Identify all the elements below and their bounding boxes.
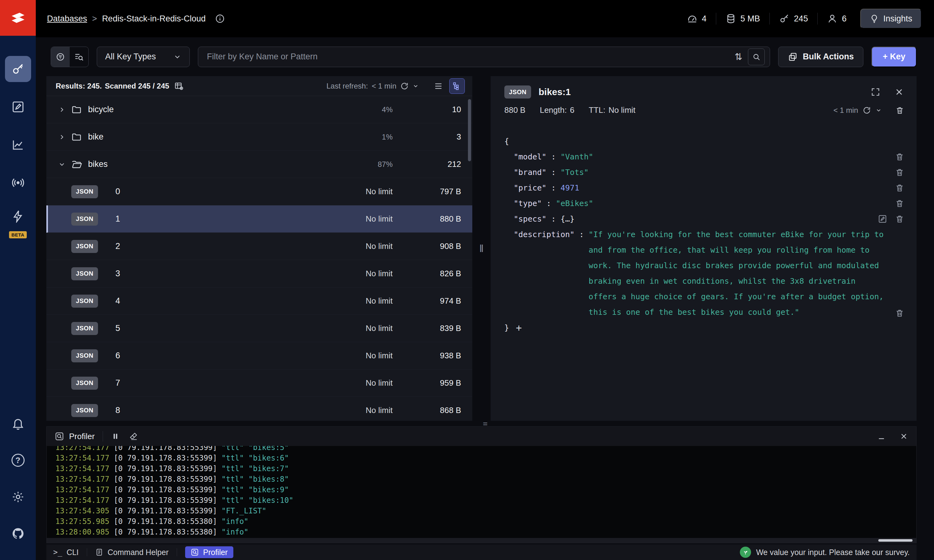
list-view-button[interactable] bbox=[431, 78, 446, 94]
storage-icon bbox=[726, 13, 736, 24]
key-size: 938 B bbox=[414, 351, 461, 360]
json-key[interactable]: "type" bbox=[514, 196, 542, 211]
bottom-panel-resize-handle[interactable]: = bbox=[36, 421, 934, 426]
redis-logo-icon[interactable] bbox=[0, 0, 36, 36]
folder-key-count: 3 bbox=[414, 132, 461, 142]
sidebar-item-github[interactable] bbox=[0, 515, 36, 552]
add-key-button[interactable]: + Key bbox=[871, 47, 917, 67]
arrows-up-down-icon[interactable]: ⇅ bbox=[735, 51, 743, 62]
key-row[interactable]: JSON 5 No limit 839 B bbox=[46, 315, 472, 342]
sidebar-item-pubsub[interactable] bbox=[0, 164, 36, 202]
sidebar-item-triggers-functions[interactable]: BETA bbox=[0, 202, 36, 240]
json-value[interactable]: {…} bbox=[560, 211, 575, 227]
search-button[interactable] bbox=[748, 48, 765, 65]
key-ttl: No limit bbox=[366, 242, 393, 251]
survey-banner[interactable]: We value your input. Please take our sur… bbox=[740, 547, 910, 558]
info-icon[interactable] bbox=[215, 14, 225, 24]
profiler-toggle-button[interactable]: Profiler bbox=[185, 546, 233, 558]
scrollbar-thumb[interactable] bbox=[468, 99, 471, 161]
tree-view-button[interactable] bbox=[449, 78, 465, 94]
sidebar-item-browser[interactable] bbox=[0, 50, 36, 88]
json-value[interactable]: "If you're looking for the best commuter… bbox=[589, 227, 888, 320]
key-row[interactable]: JSON 8 No limit 868 B bbox=[46, 397, 472, 421]
vertical-scrollbar[interactable] bbox=[468, 97, 471, 420]
chevron-down-icon[interactable] bbox=[875, 107, 882, 114]
pause-icon[interactable] bbox=[111, 432, 120, 441]
key-row[interactable]: JSON 0 No limit 797 B bbox=[46, 178, 472, 205]
key-row[interactable]: JSON 6 No limit 938 B bbox=[46, 342, 472, 369]
sidebar-item-workbench[interactable] bbox=[0, 88, 36, 126]
delete-key-icon[interactable] bbox=[895, 106, 904, 115]
minimize-icon[interactable] bbox=[877, 432, 886, 441]
delete-field-icon[interactable] bbox=[895, 152, 904, 161]
folder-row-bike[interactable]: bike 1% 3 bbox=[46, 123, 472, 151]
json-field-row-specs[interactable]: "specs" : {…} bbox=[504, 211, 904, 227]
delete-field-icon[interactable] bbox=[895, 214, 904, 223]
json-value[interactable]: 4971 bbox=[560, 180, 579, 196]
json-field-row-brand[interactable]: "brand" : "Tots" bbox=[504, 165, 904, 180]
profiler-log-line: 13:28:00.985[0 79.191.178.83:55380]"info… bbox=[56, 527, 916, 537]
lightbulb-icon bbox=[869, 14, 879, 23]
profiler-tab[interactable]: Profiler bbox=[55, 432, 94, 441]
add-field-button[interactable]: + bbox=[516, 322, 522, 334]
close-icon[interactable] bbox=[894, 87, 904, 97]
key-ttl: No limit bbox=[366, 406, 393, 415]
scrollbar-thumb[interactable] bbox=[878, 539, 912, 542]
folder-percent: 87% bbox=[378, 160, 393, 169]
key-row-selected[interactable]: JSON 1 No limit 880 B bbox=[46, 205, 472, 233]
json-field-row-type[interactable]: "type" : "eBikes" bbox=[504, 196, 904, 211]
json-key[interactable]: "brand" bbox=[514, 165, 547, 180]
chevron-down-icon[interactable] bbox=[412, 83, 419, 89]
sidebar-item-settings[interactable] bbox=[0, 478, 36, 515]
sidebar-item-help[interactable]: ? bbox=[0, 442, 36, 478]
delete-field-icon[interactable] bbox=[895, 183, 904, 192]
horizontal-scrollbar[interactable] bbox=[47, 538, 916, 543]
delete-field-icon[interactable] bbox=[895, 168, 904, 177]
refresh-icon[interactable] bbox=[400, 82, 409, 91]
key-row[interactable]: JSON 4 No limit 974 B bbox=[46, 288, 472, 315]
key-row[interactable]: JSON 2 No limit 908 B bbox=[46, 233, 472, 260]
json-key[interactable]: "model" bbox=[514, 149, 547, 165]
json-value[interactable]: "eBikes" bbox=[556, 196, 593, 211]
clear-icon[interactable] bbox=[129, 432, 138, 441]
search-mode-button[interactable] bbox=[70, 47, 88, 67]
json-value[interactable]: "Tots" bbox=[560, 165, 589, 180]
sprout-icon bbox=[740, 547, 751, 558]
delete-field-icon[interactable] bbox=[895, 309, 904, 318]
json-key[interactable]: "price" bbox=[514, 180, 547, 196]
folder-row-bicycle[interactable]: bicycle 4% 10 bbox=[46, 96, 472, 123]
key-size: 839 B bbox=[414, 323, 461, 333]
key-row[interactable]: JSON 7 No limit 959 B bbox=[46, 369, 472, 397]
refresh-icon[interactable] bbox=[863, 106, 871, 115]
json-key[interactable]: "description" bbox=[514, 227, 575, 242]
json-field-row-description[interactable]: "description" : "If you're looking for t… bbox=[504, 227, 904, 320]
folder-percent: 4% bbox=[382, 105, 393, 114]
json-key[interactable]: "specs" bbox=[514, 211, 547, 227]
panel-resize-handle[interactable]: ‖ bbox=[472, 76, 491, 421]
json-field-row-model[interactable]: "model" : "Vanth" bbox=[504, 149, 904, 165]
breadcrumb-separator: > bbox=[92, 14, 97, 24]
json-field-row-price[interactable]: "price" : 4971 bbox=[504, 180, 904, 196]
json-value[interactable]: "Vanth" bbox=[560, 149, 593, 165]
key-search-box: ⇅ bbox=[198, 47, 770, 67]
lightning-icon bbox=[5, 203, 31, 229]
bulk-actions-button[interactable]: Bulk Actions bbox=[778, 47, 863, 67]
edit-field-icon[interactable] bbox=[878, 214, 887, 223]
folder-row-bikes[interactable]: bikes 87% 212 bbox=[46, 151, 472, 178]
column-settings-icon[interactable] bbox=[174, 82, 184, 91]
sidebar-item-notifications[interactable] bbox=[0, 405, 36, 442]
last-refresh-label: Last refresh: bbox=[326, 82, 368, 91]
sidebar-bottom: ? bbox=[0, 405, 36, 560]
insights-button[interactable]: Insights bbox=[860, 9, 922, 29]
fullscreen-icon[interactable] bbox=[871, 87, 880, 97]
delete-field-icon[interactable] bbox=[895, 199, 904, 208]
command-helper-button[interactable]: Command Helper bbox=[95, 548, 168, 557]
filter-mode-button[interactable] bbox=[51, 47, 70, 67]
sidebar-item-analytics[interactable] bbox=[0, 126, 36, 164]
breadcrumb-databases-link[interactable]: Databases bbox=[47, 14, 87, 24]
cli-button[interactable]: >_ CLI bbox=[53, 548, 79, 557]
key-row[interactable]: JSON 3 No limit 826 B bbox=[46, 260, 472, 288]
key-type-select[interactable]: All Key Types bbox=[97, 47, 190, 67]
key-search-input[interactable] bbox=[207, 52, 735, 62]
close-icon[interactable] bbox=[900, 432, 908, 441]
